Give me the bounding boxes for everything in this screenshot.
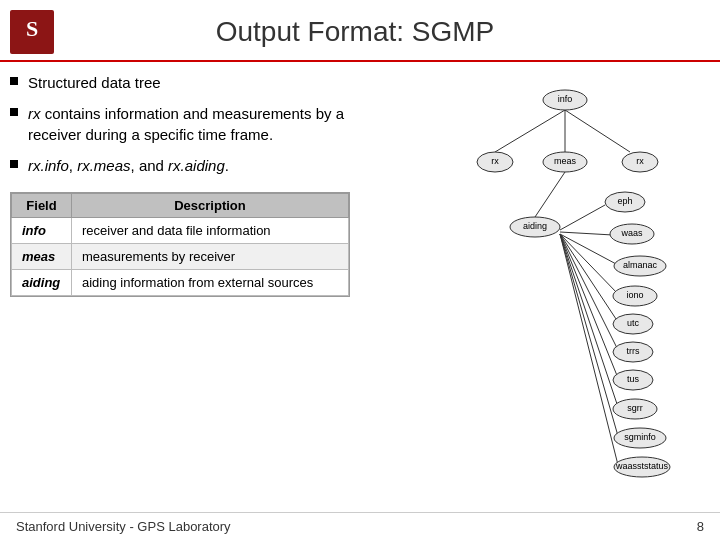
- field-cell: aiding: [12, 270, 72, 296]
- table-row: info receiver and data file information: [12, 218, 349, 244]
- svg-line-10: [560, 234, 618, 322]
- svg-line-15: [560, 234, 618, 465]
- svg-text:info: info: [558, 94, 573, 104]
- rx-label: rx: [28, 105, 41, 122]
- footer-left: Stanford University - GPS Laboratory: [16, 519, 231, 534]
- svg-text:almanac: almanac: [623, 260, 658, 270]
- svg-text:waasststatus: waasststatus: [615, 461, 669, 471]
- description-cell: aiding information from external sources: [72, 270, 349, 296]
- rx-meas-label: rx.meas: [77, 157, 130, 174]
- stanford-logo-icon: S: [10, 10, 54, 54]
- bullet-list: Structured data tree rx contains informa…: [10, 72, 400, 176]
- description-cell: receiver and data file information: [72, 218, 349, 244]
- svg-text:sgminfo: sgminfo: [624, 432, 656, 442]
- svg-text:eph: eph: [617, 196, 632, 206]
- table-row: aiding aiding information from external …: [12, 270, 349, 296]
- svg-text:meas: meas: [554, 156, 577, 166]
- list-item: rx contains information and measurements…: [10, 103, 400, 145]
- svg-text:tus: tus: [627, 374, 640, 384]
- list-item: rx.info, rx.meas, and rx.aiding.: [10, 155, 400, 176]
- svg-line-11: [560, 234, 618, 350]
- svg-text:sgrr: sgrr: [627, 403, 643, 413]
- svg-line-7: [560, 232, 613, 235]
- svg-text:trrs: trrs: [627, 346, 640, 356]
- tree-diagram: info rx meas rx aiding eph waas almanac: [430, 72, 690, 492]
- svg-line-2: [495, 110, 565, 152]
- bullet-icon: [10, 160, 18, 168]
- main-content: Structured data tree rx contains informa…: [0, 62, 720, 502]
- right-panel: info rx meas rx aiding eph waas almanac: [410, 72, 710, 502]
- svg-line-5: [535, 172, 565, 217]
- bullet-icon: [10, 108, 18, 116]
- field-cell: meas: [12, 244, 72, 270]
- field-cell: info: [12, 218, 72, 244]
- page-header: S Output Format: SGMP: [0, 0, 720, 62]
- bullet-text-2: rx contains information and measurements…: [28, 103, 400, 145]
- left-panel: Structured data tree rx contains informa…: [10, 72, 410, 502]
- svg-text:S: S: [26, 16, 38, 41]
- svg-line-12: [560, 234, 618, 378]
- footer: Stanford University - GPS Laboratory 8: [0, 512, 720, 540]
- bullet-text-3: rx.info, rx.meas, and rx.aiding.: [28, 155, 400, 176]
- rx-info-label: rx.info: [28, 157, 69, 174]
- bullet-icon: [10, 77, 18, 85]
- svg-text:waas: waas: [620, 228, 643, 238]
- svg-line-6: [560, 205, 605, 230]
- field-column-header: Field: [12, 194, 72, 218]
- footer-page-number: 8: [697, 519, 704, 534]
- svg-line-4: [565, 110, 630, 152]
- svg-text:rx: rx: [636, 156, 644, 166]
- table-header-row: Field Description: [12, 194, 349, 218]
- data-table: Field Description info receiver and data…: [10, 192, 350, 297]
- bullet-text-1: Structured data tree: [28, 72, 400, 93]
- svg-text:rx: rx: [491, 156, 499, 166]
- page-title: Output Format: SGMP: [54, 16, 656, 48]
- svg-text:utc: utc: [627, 318, 640, 328]
- svg-text:iono: iono: [626, 290, 643, 300]
- svg-text:aiding: aiding: [523, 221, 547, 231]
- list-item: Structured data tree: [10, 72, 400, 93]
- rx-aiding-label: rx.aiding: [168, 157, 225, 174]
- table-row: meas measurements by receiver: [12, 244, 349, 270]
- description-column-header: Description: [72, 194, 349, 218]
- description-cell: measurements by receiver: [72, 244, 349, 270]
